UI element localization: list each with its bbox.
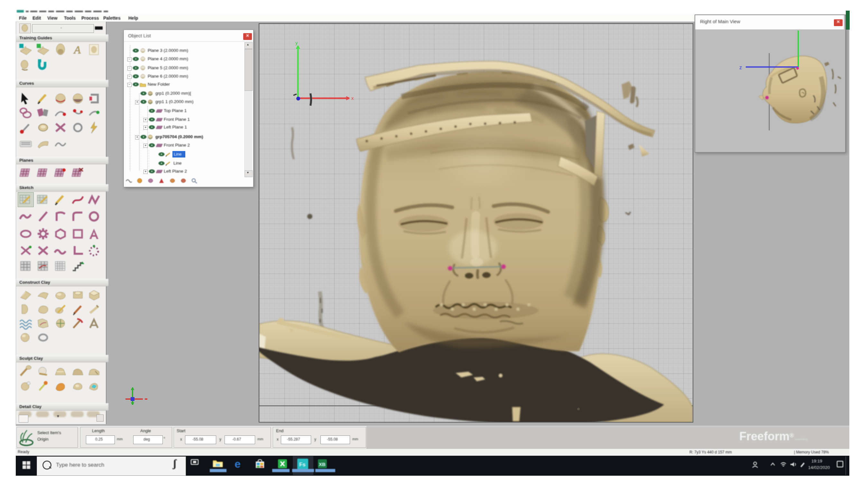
svg-text:x: x [351,95,354,101]
svg-text:Fs: Fs [299,461,306,468]
svg-text:XB: XB [319,461,326,467]
svg-text:y: y [295,40,298,46]
svg-text:e: e [235,459,241,469]
svg-text:z: z [739,65,742,70]
svg-text:A: A [73,44,81,56]
